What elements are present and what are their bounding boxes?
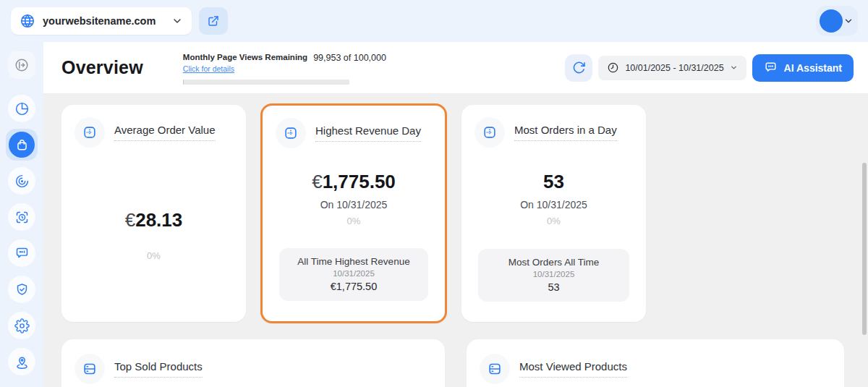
website-selector[interactable]: yourwebsitename.com	[11, 7, 192, 35]
avatar	[820, 9, 843, 33]
calculator-icon	[475, 117, 505, 148]
open-website-button[interactable]	[199, 7, 228, 35]
card-date: On 10/31/2025	[320, 199, 388, 210]
sidebar-toggle-button[interactable]	[8, 51, 35, 79]
alltime-date: 10/31/2025	[284, 269, 424, 278]
card-title[interactable]: Highest Revenue Day	[315, 124, 421, 142]
map-pin-icon	[14, 354, 30, 370]
scan-target-icon	[14, 210, 30, 225]
card-title[interactable]: Average Order Value	[114, 124, 216, 141]
ripple-icon	[14, 174, 30, 189]
page-title: Overview	[61, 57, 143, 78]
shield-check-icon	[14, 282, 30, 297]
page-header: Overview Monthly Page Views Remaining 99…	[43, 42, 868, 94]
calculator-icon	[276, 118, 306, 148]
alltime-label: All Time Highest Revenue	[284, 256, 424, 267]
database-icon	[75, 354, 105, 384]
sidebar-item-security[interactable]	[8, 276, 35, 303]
refresh-icon	[572, 61, 586, 75]
quota-value: 99,953 of 100,000	[313, 53, 386, 63]
card-title[interactable]: Most Viewed Products	[519, 360, 627, 378]
website-name: yourwebsitename.com	[43, 15, 171, 27]
account-menu[interactable]	[816, 6, 858, 36]
chevron-down-icon	[843, 16, 854, 26]
pie-chart-icon	[14, 101, 30, 116]
top-sold-products-card: Top Sold Products	[61, 339, 445, 387]
sidebar-item-analytics[interactable]	[8, 95, 35, 122]
most-orders-all-time-box: Most Orders All Time 10/31/2025 53	[478, 249, 629, 302]
chevron-down-icon	[171, 15, 183, 27]
globe-icon	[20, 13, 35, 29]
alltime-value: €1,775.50	[284, 281, 424, 292]
date-range-text: 10/01/2025 - 10/31/2025	[625, 63, 723, 73]
scrollbar-thumb[interactable]	[862, 163, 867, 335]
refresh-button[interactable]	[565, 54, 592, 82]
calculator-icon	[75, 117, 105, 148]
alltime-value: 53	[482, 281, 625, 293]
chat-bubble-icon	[14, 246, 30, 261]
quota-progress-bar	[183, 80, 349, 85]
card-value: 53	[543, 171, 564, 193]
sidebar-item-locations[interactable]	[8, 348, 35, 375]
card-value: €1,775.50	[312, 171, 396, 193]
stat-card-highest-revenue-day: Highest Revenue Day €1,775.50 On 10/31/2…	[260, 103, 447, 323]
quota-label: Monthly Page Views Remaining	[183, 53, 307, 61]
ai-chat-icon	[764, 61, 778, 75]
card-percent: 0%	[547, 216, 561, 226]
card-title[interactable]: Top Sold Products	[114, 360, 203, 378]
clock-icon	[607, 61, 619, 74]
card-title[interactable]: Most Orders in a Day	[514, 124, 617, 141]
external-link-icon	[207, 14, 220, 27]
gear-icon	[14, 318, 30, 333]
quota-details-link[interactable]: Click for details	[183, 64, 234, 73]
alltime-label: Most Orders All Time	[482, 257, 625, 268]
sidebar-item-focus[interactable]	[8, 203, 35, 231]
card-percent: 0%	[347, 216, 361, 226]
date-range-picker[interactable]: 10/01/2025 - 10/31/2025	[598, 56, 746, 80]
card-date: On 10/31/2025	[520, 199, 587, 210]
stat-card-most-orders-in-a-day: Most Orders in a Day 53 On 10/31/2025 0%…	[461, 105, 646, 322]
ai-assistant-label: AI Assistant	[784, 62, 842, 74]
alltime-date: 10/31/2025	[482, 270, 625, 278]
all-time-highest-revenue-box: All Time Highest Revenue 10/31/2025 €1,7…	[279, 248, 428, 301]
card-percent: 0%	[147, 250, 161, 261]
database-icon	[480, 354, 510, 384]
card-value: €28.13	[125, 209, 183, 231]
sidebar-item-orders[interactable]	[6, 129, 38, 161]
top-bar: yourwebsitename.com	[0, 0, 868, 42]
quota-progress-fill	[183, 80, 184, 85]
sidebar-item-activity[interactable]	[8, 167, 35, 195]
ai-assistant-button[interactable]: AI Assistant	[752, 54, 854, 82]
dashboard-content: Average Order Value €28.13 0%	[43, 94, 868, 387]
chevron-down-icon	[730, 64, 738, 72]
shopping-bag-icon	[9, 132, 35, 158]
most-viewed-products-card: Most Viewed Products	[467, 339, 844, 387]
sidebar-item-chat[interactable]	[8, 239, 35, 267]
expand-sidebar-icon	[14, 57, 30, 73]
sidebar-item-settings[interactable]	[8, 312, 35, 339]
stat-card-average-order-value: Average Order Value €28.13 0%	[61, 105, 246, 322]
sidebar	[0, 42, 43, 387]
page-views-quota: Monthly Page Views Remaining 99,953 of 1…	[183, 51, 386, 85]
